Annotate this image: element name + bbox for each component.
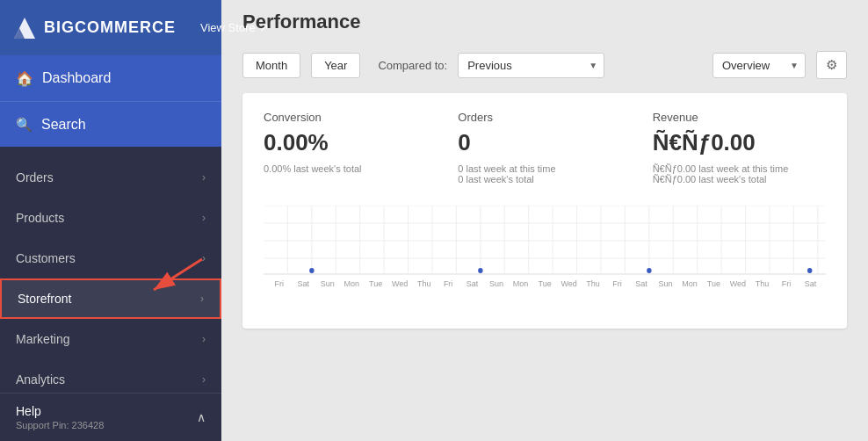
sidebar-item-analytics[interactable]: Analytics › <box>0 359 221 393</box>
storefront-label: Storefront <box>18 292 71 306</box>
revenue-sub1: Ñ€Ñƒ0.00 last week at this time <box>653 163 826 174</box>
conversion-sub1: 0.00% last week's total <box>264 163 437 174</box>
settings-button[interactable]: ⚙ <box>816 51 847 79</box>
sidebar-footer: Help Support Pin: 236428 ∧ <box>0 393 221 441</box>
home-icon: 🏠 <box>16 70 33 87</box>
orders-value: 0 <box>458 129 631 156</box>
help-row: Help Support Pin: 236428 ∧ <box>16 404 206 430</box>
analytics-label: Analytics <box>16 372 65 387</box>
chart-label: Fri <box>605 279 629 288</box>
stats-card: Conversion 0.00% 0.00% last week's total… <box>242 93 847 329</box>
chart-label: Sun <box>315 279 339 288</box>
main-content: Performance Month Year Compared to: Prev… <box>221 0 868 441</box>
chart-label: Fri <box>267 279 291 288</box>
nav-section: Orders › Products › Customers › Storefro… <box>0 147 221 393</box>
marketing-label: Marketing <box>16 332 69 346</box>
chart-dot <box>309 268 314 273</box>
chevron-right-icon: › <box>202 212 206 224</box>
sidebar-item-dashboard[interactable]: 🏠 Dashboard <box>0 55 221 101</box>
page-title: Performance <box>242 11 847 33</box>
chart-label: Thu <box>750 279 774 288</box>
chart-label: Sat <box>629 279 653 288</box>
chevron-right-icon: › <box>202 252 206 264</box>
orders-label: Orders <box>458 111 631 124</box>
previous-select[interactable]: Previous Same period last year <box>458 53 604 78</box>
chart-label: Sat <box>291 279 315 288</box>
chevron-right-icon: › <box>202 373 206 386</box>
stat-conversion: Conversion 0.00% 0.00% last week's total <box>264 111 437 184</box>
sidebar: BIGCOMMERCE View Store ↗ 🏠 Dashboard 🔍 S… <box>0 0 221 441</box>
previous-select-wrapper: Previous Same period last year ▼ <box>458 53 604 78</box>
year-button[interactable]: Year <box>311 53 360 78</box>
chart-labels: Fri Sat Sun Mon Tue Wed Thu Fri Sat Sun … <box>264 279 826 288</box>
chart-label: Wed <box>726 279 749 288</box>
chart-label: Thu <box>412 279 436 288</box>
sidebar-item-search[interactable]: 🔍 Search <box>0 101 221 147</box>
search-icon: 🔍 <box>16 117 33 133</box>
page-title-area: Performance <box>221 0 868 44</box>
view-store-button[interactable]: View Store ↗ <box>193 18 276 38</box>
chart-label: Tue <box>702 279 726 288</box>
help-label: Help <box>16 404 104 418</box>
chart-label: Mon <box>509 279 532 288</box>
external-link-icon: ↗ <box>259 21 269 34</box>
chart-label: Tue <box>364 279 387 288</box>
revenue-value: Ñ€Ñƒ0.00 <box>653 129 826 156</box>
chart-label: Fri <box>436 279 459 288</box>
chart-label: Wed <box>387 279 411 288</box>
chevron-right-icon: › <box>202 333 206 345</box>
search-label: Search <box>41 117 86 133</box>
sidebar-item-storefront[interactable]: Storefront › <box>0 278 221 319</box>
chart-dot <box>478 268 482 273</box>
support-pin: Support Pin: 236428 <box>16 420 104 430</box>
sidebar-item-customers[interactable]: Customers › <box>0 238 221 278</box>
orders-sub1: 0 last week at this time <box>458 163 631 174</box>
revenue-label: Revenue <box>653 111 826 124</box>
sidebar-item-orders[interactable]: Orders › <box>0 157 221 198</box>
toolbar: Month Year Compared to: Previous Same pe… <box>221 44 868 86</box>
brand-name: BIGCOMMERCE <box>44 18 176 37</box>
products-label: Products <box>16 211 64 225</box>
orders-sub2: 0 last week's total <box>458 174 631 184</box>
chart-label: Sat <box>799 279 822 288</box>
chart-label: Mon <box>339 279 363 288</box>
customers-label: Customers <box>16 251 76 265</box>
overview-select[interactable]: Overview Conversion Orders Revenue <box>712 53 806 78</box>
chart-area: Fri Sat Sun Mon Tue Wed Thu Fri Sat Sun … <box>264 206 826 311</box>
dashboard-label: Dashboard <box>42 70 111 86</box>
chevron-right-icon: › <box>200 293 204 305</box>
chart-dot <box>647 268 651 273</box>
performance-chart <box>264 206 826 276</box>
bigcommerce-logo-icon <box>11 14 39 42</box>
stat-orders: Orders 0 0 last week at this time 0 last… <box>458 111 631 184</box>
compared-to-label: Compared to: <box>378 59 447 72</box>
chevron-up-icon[interactable]: ∧ <box>197 410 206 424</box>
logo-area: BIGCOMMERCE <box>11 14 176 42</box>
overview-select-wrapper: Overview Conversion Orders Revenue ▼ <box>712 53 806 78</box>
chart-label: Tue <box>532 279 556 288</box>
chart-label: Fri <box>774 279 798 288</box>
sidebar-item-products[interactable]: Products › <box>0 198 221 238</box>
month-button[interactable]: Month <box>242 53 300 78</box>
chart-label: Thu <box>581 279 604 288</box>
sidebar-item-marketing[interactable]: Marketing › <box>0 319 221 359</box>
chart-label: Sun <box>654 279 677 288</box>
chart-label: Mon <box>677 279 701 288</box>
orders-label: Orders <box>16 170 54 184</box>
chart-dot <box>807 268 812 273</box>
sidebar-header: BIGCOMMERCE View Store ↗ <box>0 0 221 55</box>
chart-label: Sat <box>460 279 484 288</box>
conversion-label: Conversion <box>264 111 437 124</box>
chart-label: Wed <box>557 279 581 288</box>
chevron-right-icon: › <box>202 171 206 184</box>
stats-row: Conversion 0.00% 0.00% last week's total… <box>264 111 826 184</box>
conversion-value: 0.00% <box>264 129 437 156</box>
revenue-sub2: Ñ€Ñƒ0.00 last week's total <box>653 174 826 184</box>
stat-revenue: Revenue Ñ€Ñƒ0.00 Ñ€Ñƒ0.00 last week at t… <box>653 111 826 184</box>
chart-label: Sun <box>484 279 508 288</box>
